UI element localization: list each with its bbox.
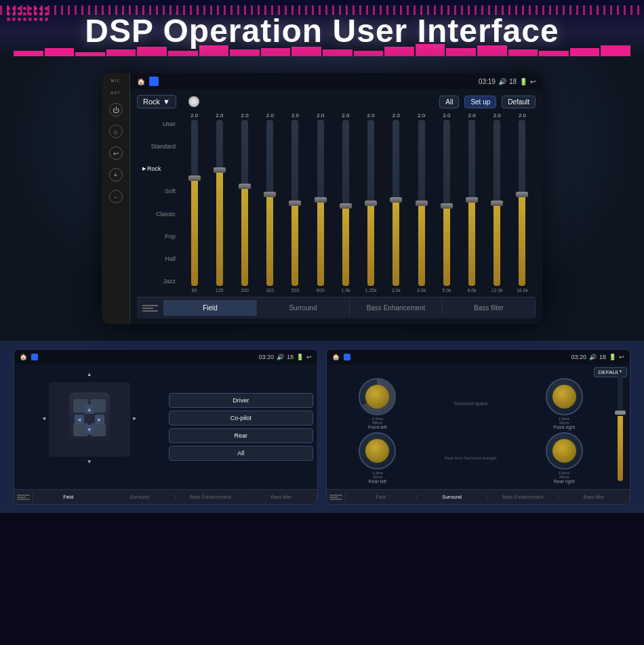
slider-handle-7[interactable] bbox=[365, 201, 377, 206]
car-diagram: ▲ ◄ ► ▼ bbox=[49, 382, 130, 457]
knob-fr-label: Front right bbox=[553, 425, 575, 430]
slider-handle-3[interactable] bbox=[264, 192, 276, 197]
p1-time: 03:20 bbox=[258, 354, 274, 360]
p1-back[interactable]: ↩ bbox=[306, 354, 312, 360]
tab-bass-filter[interactable]: Bass filter bbox=[443, 300, 536, 316]
slider-handle-9[interactable] bbox=[416, 201, 428, 206]
eq-slider-5[interactable] bbox=[308, 120, 332, 286]
eq-slider-4[interactable] bbox=[283, 120, 307, 286]
slider-handle-12[interactable] bbox=[491, 201, 503, 206]
strength-slider[interactable] bbox=[613, 367, 627, 486]
eq-sliders: 2.02.02.02.02.02.02.02.02.02.02.02.02.02… bbox=[181, 112, 536, 293]
menu-hall[interactable]: Hall bbox=[140, 254, 178, 264]
main-knob[interactable] bbox=[188, 96, 199, 107]
p2-back[interactable]: ↩ bbox=[619, 354, 624, 360]
setup-button[interactable]: Set up bbox=[464, 96, 496, 108]
knob-dial-rr[interactable] bbox=[546, 432, 583, 470]
dropdown-arrow-icon: ▼ bbox=[163, 98, 170, 106]
knob-dial-fr[interactable] bbox=[546, 378, 583, 415]
panel-left-status: 🏠 03:20 🔊 18 🔋 ↩ bbox=[14, 350, 317, 365]
menu-rock[interactable]: Rock bbox=[140, 164, 178, 173]
p1-tab-surround[interactable]: Surround bbox=[104, 495, 176, 499]
arrow-left[interactable]: ◄ bbox=[75, 415, 84, 424]
preset-dropdown[interactable]: Rock ▼ bbox=[137, 95, 176, 108]
menu-standard[interactable]: Standard bbox=[140, 142, 178, 151]
page-title: DSP Operation User Interface bbox=[0, 12, 644, 49]
strength-slider-handle[interactable] bbox=[615, 411, 626, 415]
tab-bass-enhancement[interactable]: Bass Enhancement bbox=[350, 300, 443, 316]
volume-up-icon[interactable]: + bbox=[109, 168, 123, 182]
driver-button[interactable]: Driver bbox=[169, 393, 314, 408]
arrow-right[interactable]: ► bbox=[95, 415, 104, 424]
eq-slider-11[interactable] bbox=[460, 120, 483, 286]
p2-vol: 18 bbox=[599, 354, 606, 360]
slider-handle-4[interactable] bbox=[289, 201, 301, 206]
all-seats-button[interactable]: All bbox=[169, 446, 314, 461]
slider-handle-11[interactable] bbox=[466, 197, 478, 203]
slider-handle-6[interactable] bbox=[340, 203, 352, 209]
eq-slider-1[interactable] bbox=[207, 120, 231, 286]
slider-handle-5[interactable] bbox=[315, 197, 327, 203]
eq-slider-8[interactable] bbox=[384, 120, 408, 286]
p1-tab-bass-filter[interactable]: Bass filter bbox=[246, 495, 317, 499]
p2-eq-icon[interactable] bbox=[327, 492, 346, 503]
arrow-down[interactable]: ▼ bbox=[85, 425, 94, 434]
back-icon[interactable]: ↩ bbox=[530, 78, 536, 85]
all-button[interactable]: All bbox=[439, 96, 459, 108]
menu-soft[interactable]: Soft bbox=[140, 186, 178, 196]
panel-right: 🏠 03:20 🔊 18 🔋 ↩ DEFAULT bbox=[326, 349, 630, 505]
p1-tab-bass-enh[interactable]: Bass Enhancement bbox=[176, 495, 247, 499]
home-side-icon[interactable]: ⌂ bbox=[109, 125, 123, 138]
p2-tab-bass-filter[interactable]: Bass filter bbox=[559, 495, 630, 499]
menu-pop[interactable]: Pop bbox=[140, 232, 178, 241]
eq-slider-3[interactable] bbox=[258, 120, 282, 286]
eq-slider-12[interactable] bbox=[485, 120, 509, 286]
p1-tab-field[interactable]: Field bbox=[33, 495, 104, 499]
menu-classic[interactable]: Classic bbox=[140, 209, 178, 219]
rear-button[interactable]: Rear bbox=[169, 428, 314, 443]
eq-slider-0[interactable] bbox=[182, 120, 206, 286]
side-controls: MIC RST ⏻ ⌂ ↩ + - bbox=[102, 73, 130, 324]
rst-label: RST bbox=[110, 91, 121, 95]
eq-icon[interactable] bbox=[137, 301, 164, 316]
slider-handle-10[interactable] bbox=[441, 203, 453, 209]
panel-left-status-right: 03:20 🔊 18 🔋 ↩ bbox=[258, 354, 312, 360]
eq-slider-10[interactable] bbox=[435, 120, 458, 286]
eq-slider-13[interactable] bbox=[510, 120, 534, 286]
knob-dial-fl[interactable] bbox=[359, 378, 396, 415]
slider-handle-1[interactable] bbox=[214, 167, 226, 173]
copilot-button[interactable]: Co-pilot bbox=[169, 411, 314, 425]
knob-dial-rl[interactable] bbox=[359, 432, 396, 470]
p1-eq-icon[interactable] bbox=[14, 492, 33, 503]
knob-rl-sub: 1.0ms32cm bbox=[372, 471, 383, 479]
rear-horn-label: Rear horn Surround strength bbox=[426, 432, 517, 484]
tab-bar: Field Surround Bass Enhancement Bass fil… bbox=[137, 297, 536, 318]
p2-tab-surround[interactable]: Surround bbox=[417, 495, 488, 499]
knob-rear-left: 1.0ms32cm Rear left bbox=[332, 432, 423, 484]
eq-slider-2[interactable] bbox=[233, 120, 256, 286]
eq-slider-6[interactable] bbox=[334, 120, 357, 286]
eq-area: User Standard Rock Soft Classic Pop Hall… bbox=[137, 112, 536, 293]
dsp-content: Rock ▼ All Set up Default User Standard bbox=[130, 89, 542, 324]
slider-handle-0[interactable] bbox=[188, 175, 201, 181]
eq-slider-9[interactable] bbox=[409, 120, 433, 286]
eq-values-row: 2.02.02.02.02.02.02.02.02.02.02.02.02.02… bbox=[181, 112, 536, 119]
slider-handle-8[interactable] bbox=[390, 197, 402, 203]
tab-field[interactable]: Field bbox=[164, 300, 257, 316]
default-button[interactable]: Default bbox=[502, 96, 536, 108]
slider-handle-2[interactable] bbox=[239, 184, 251, 189]
tab-surround[interactable]: Surround bbox=[257, 300, 350, 316]
p2-tab-bass-enh[interactable]: Bass Enhancement bbox=[488, 495, 559, 499]
power-icon[interactable]: ⏻ bbox=[109, 103, 123, 117]
eq-sliders-row[interactable] bbox=[181, 120, 536, 286]
slider-handle-13[interactable] bbox=[516, 192, 528, 197]
knob-inner-rl bbox=[365, 439, 389, 463]
eq-slider-7[interactable] bbox=[359, 120, 383, 286]
arrow-up[interactable]: ▲ bbox=[85, 404, 94, 414]
preset-value: Rock bbox=[143, 98, 160, 106]
menu-jazz[interactable]: Jazz bbox=[140, 276, 178, 286]
p2-tab-field[interactable]: Field bbox=[346, 495, 417, 499]
volume-down-icon[interactable]: - bbox=[109, 190, 123, 203]
back-side-icon[interactable]: ↩ bbox=[109, 146, 123, 160]
menu-user[interactable]: User bbox=[140, 119, 178, 129]
